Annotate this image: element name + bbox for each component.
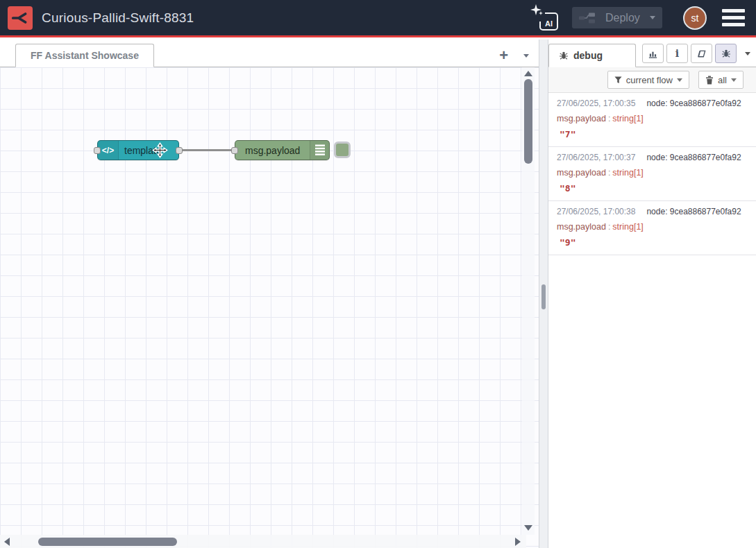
node-template[interactable]: </> template [97, 140, 179, 160]
bug-icon [721, 49, 731, 58]
trash-icon [705, 76, 714, 85]
message-timestamp: 27/06/2025, 17:00:37 [557, 153, 635, 162]
debug-message[interactable]: 27/06/2025, 17:00:37 node: 9cea886877e0f… [548, 147, 756, 201]
ai-assistant-button[interactable]: AI [530, 4, 560, 32]
debug-button[interactable] [715, 44, 737, 63]
debug-clear-label: all [718, 75, 727, 85]
message-timestamp: 27/06/2025, 17:00:35 [557, 99, 635, 108]
sidebar-separator[interactable] [539, 40, 548, 548]
menu-bar-icon [722, 9, 745, 12]
deploy-icon [579, 12, 596, 24]
debug-message[interactable]: 27/06/2025, 17:00:35 node: 9cea886877e0f… [548, 93, 756, 147]
main-menu-button[interactable] [722, 9, 745, 26]
template-input-port[interactable] [94, 147, 101, 154]
menu-bar-icon [722, 16, 745, 19]
header-actions: AI Deploy st [530, 0, 756, 35]
debug-toolbar: current flow all [548, 67, 756, 93]
sidebar-tabbar: debug i [548, 40, 756, 67]
vertical-scrollbar[interactable] [522, 67, 535, 535]
message-value[interactable]: "7" [560, 129, 749, 139]
property-separator: : [608, 222, 610, 232]
property-type: string[1] [612, 114, 643, 123]
property-name: msg.payload [557, 222, 606, 232]
clear-caret-icon [731, 78, 737, 82]
sparkle-icon [530, 4, 545, 22]
property-type: string[1] [612, 168, 643, 178]
message-property: msg.payload:string[1] [557, 168, 749, 178]
property-name: msg.payload [557, 168, 606, 178]
flow-tab-actions: + [499, 49, 529, 62]
flowfuse-logo-icon[interactable] [8, 6, 33, 30]
debug-message-list: 27/06/2025, 17:00:35 node: 9cea886877e0f… [548, 93, 756, 255]
menu-bar-icon [722, 23, 745, 26]
debug-enable-toggle-button[interactable] [334, 142, 351, 158]
debug-tab-label: debug [573, 50, 603, 61]
message-meta: 27/06/2025, 17:00:38 node: 9cea886877e0f… [557, 207, 749, 216]
debug-filter-button[interactable]: current flow [607, 71, 689, 89]
dashboard-button[interactable] [642, 44, 664, 63]
message-property: msg.payload:string[1] [557, 114, 749, 123]
message-meta: 27/06/2025, 17:00:37 node: 9cea886877e0f… [557, 153, 749, 162]
bug-icon [559, 51, 569, 60]
filter-caret-icon [677, 78, 682, 82]
vertical-scrollbar-thumb[interactable] [524, 79, 532, 164]
deploy-options-caret-icon[interactable] [650, 16, 655, 19]
funnel-icon [614, 76, 622, 84]
message-source-node: node: 9cea886877e0fa92 [646, 99, 741, 108]
horizontal-scrollbar-thumb[interactable] [38, 538, 177, 546]
wire-template-to-debug[interactable] [178, 149, 235, 151]
message-timestamp: 27/06/2025, 17:00:38 [557, 207, 635, 216]
property-separator: : [608, 168, 610, 178]
flow-canvas[interactable]: </> template msg.payload [0, 67, 539, 548]
branch-icon [11, 9, 29, 27]
property-separator: : [608, 114, 610, 123]
flow-list-caret-icon[interactable] [523, 54, 529, 58]
sidebar-menu-caret-icon[interactable] [745, 52, 750, 55]
sidebar-icon-buttons: i [642, 44, 750, 63]
debug-node-label: msg.payload [245, 145, 310, 156]
flow-tab-ff-assistant-showcase[interactable]: FF Assistant Showcase [15, 44, 154, 67]
bar-chart-icon [648, 49, 658, 59]
scroll-right-icon[interactable] [515, 538, 521, 546]
add-flow-button[interactable]: + [499, 49, 508, 62]
main-area: FF Assistant Showcase + </> template msg… [0, 40, 756, 548]
separator-drag-handle[interactable] [541, 284, 546, 309]
horizontal-scrollbar[interactable] [0, 535, 526, 548]
sidebar: debug i [548, 40, 756, 548]
page-title: Curious-Pallid-Swift-8831 [42, 10, 194, 26]
message-value[interactable]: "8" [560, 183, 749, 194]
help-button[interactable] [691, 44, 712, 63]
header: Curious-Pallid-Swift-8831 AI Deploy st [0, 0, 756, 37]
flow-tab-label: FF Assistant Showcase [31, 50, 139, 61]
message-value[interactable]: "9" [560, 237, 749, 248]
info-icon: i [675, 48, 679, 59]
list-icon [310, 141, 329, 160]
scroll-left-icon[interactable] [4, 538, 10, 546]
book-icon [696, 49, 707, 59]
scroll-up-icon[interactable] [524, 71, 532, 76]
message-meta: 27/06/2025, 17:00:35 node: 9cea886877e0f… [557, 99, 749, 108]
template-output-port[interactable] [176, 147, 183, 154]
message-source-node: node: 9cea886877e0fa92 [646, 153, 741, 162]
property-name: msg.payload [557, 114, 606, 123]
debug-message[interactable]: 27/06/2025, 17:00:38 node: 9cea886877e0f… [548, 201, 756, 255]
scroll-down-icon[interactable] [524, 525, 532, 531]
deploy-label: Deploy [605, 12, 640, 24]
debug-input-port[interactable] [231, 147, 238, 154]
code-icon: </> [98, 141, 119, 160]
info-button[interactable]: i [666, 44, 688, 63]
debug-clear-button[interactable]: all [698, 71, 744, 89]
tab-debug[interactable]: debug [548, 44, 636, 67]
property-type: string[1] [612, 222, 643, 232]
message-property: msg.payload:string[1] [557, 222, 749, 232]
template-node-label: template [124, 145, 162, 156]
workspace: FF Assistant Showcase + </> template msg… [0, 40, 539, 548]
debug-filter-label: current flow [626, 75, 673, 85]
node-debug[interactable]: msg.payload [235, 140, 330, 160]
message-source-node: node: 9cea886877e0fa92 [646, 207, 741, 216]
deploy-button[interactable]: Deploy [572, 7, 662, 28]
flow-tabbar: FF Assistant Showcase + [0, 40, 539, 67]
user-avatar[interactable]: st [683, 6, 707, 30]
